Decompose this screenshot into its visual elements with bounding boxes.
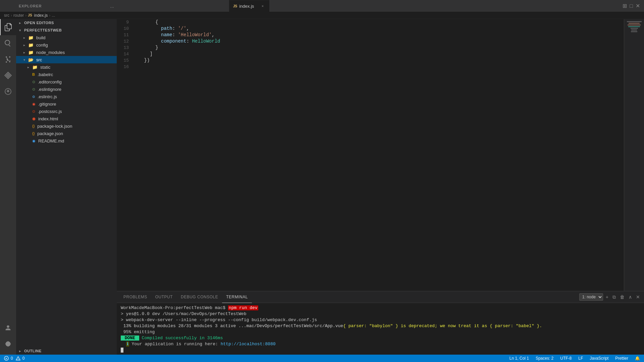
extensions-icon bbox=[4, 87, 12, 96]
terminal-line-5: 13% building modules 28/31 modules 3 act… bbox=[121, 323, 640, 329]
section-project[interactable]: ▾ PERFECTTESTWEB bbox=[16, 26, 117, 34]
line-num-10: 10 bbox=[119, 25, 129, 32]
activity-explorer[interactable] bbox=[0, 19, 16, 35]
code-editor[interactable]: 9 10 11 12 13 14 15 16 { path: '/', name… bbox=[117, 19, 644, 291]
status-errors[interactable]: ✕ 0 ! 0 bbox=[3, 356, 26, 361]
section-open-editors[interactable]: ▸ OPEN EDITORS bbox=[16, 19, 117, 26]
file-package-json[interactable]: ▸ {} package.json bbox=[16, 130, 117, 137]
activity-bar-bottom bbox=[0, 320, 16, 355]
breadcrumb-filename[interactable]: index.js bbox=[34, 13, 48, 18]
terminal-selector[interactable]: 1: node bbox=[579, 293, 603, 301]
search-icon bbox=[4, 39, 12, 47]
file-gitignore[interactable]: ▸ ◉ .gitignore bbox=[16, 100, 117, 108]
file-eslintignore[interactable]: ▸ ⊙ .eslintignore bbox=[16, 85, 117, 93]
errors-icon: ✕ bbox=[4, 356, 9, 361]
file-editorconfig[interactable]: ▸ ⊙ .editorconfig bbox=[16, 78, 117, 85]
status-bar-left: ✕ 0 ! 0 bbox=[0, 356, 29, 361]
tabs-container: JS index.js × bbox=[229, 0, 269, 12]
terminal-line-3: > webpack-dev-server --inline --progress… bbox=[121, 317, 640, 323]
breadcrumb-sep2: › bbox=[25, 13, 26, 18]
status-spaces[interactable]: Spaces: 2 bbox=[534, 356, 555, 361]
open-editors-label: OPEN EDITORS bbox=[24, 21, 117, 25]
folder-build[interactable]: ▸ 📁 build bbox=[16, 34, 117, 41]
folder-node-modules[interactable]: ▸ 📁 node_modules bbox=[16, 49, 117, 56]
project-arrow: ▾ bbox=[17, 28, 23, 32]
tab-close-button[interactable]: × bbox=[260, 3, 265, 9]
eslintrc-icon: ⊙ bbox=[32, 95, 35, 99]
package-json-icon: {} bbox=[32, 131, 35, 135]
editor-layout-button[interactable]: ⊞ bbox=[623, 3, 627, 9]
eslintrc-label: .eslintrc.js bbox=[38, 94, 117, 99]
maximize-panel-button[interactable]: ∧ bbox=[627, 294, 633, 300]
static-arrow: ▸ bbox=[25, 65, 31, 69]
tab-debug-console[interactable]: DEBUG CONSOLE bbox=[177, 291, 222, 303]
code-line-14: ] bbox=[133, 51, 624, 57]
file-eslintrc[interactable]: ▸ ⊙ .eslintrc.js bbox=[16, 93, 117, 100]
folder-src[interactable]: ▾ 📂 src bbox=[16, 56, 117, 63]
readme-label: README.md bbox=[38, 138, 117, 143]
breadcrumb-file-icon: JS bbox=[28, 13, 32, 17]
node-modules-arrow: ▸ bbox=[21, 51, 27, 54]
new-terminal-button[interactable]: + bbox=[604, 294, 610, 300]
static-icon: 📁 bbox=[32, 65, 38, 70]
outline-label: OUTLINE bbox=[24, 349, 117, 353]
file-package-lock[interactable]: ▸ {} package-lock.json bbox=[16, 122, 117, 130]
source-control-icon bbox=[4, 55, 12, 63]
code-line-11: name: 'HelloWorld', bbox=[133, 32, 624, 38]
close-window-button[interactable]: ✕ bbox=[636, 3, 640, 9]
breadcrumb-more[interactable]: ... bbox=[52, 13, 55, 18]
status-formatter[interactable]: Prettier bbox=[614, 356, 630, 361]
tab-output[interactable]: OUTPUT bbox=[151, 291, 177, 303]
code-content[interactable]: { path: '/', name: 'HelloWorld', compone… bbox=[133, 19, 624, 291]
account-icon bbox=[4, 324, 12, 331]
tab-terminal[interactable]: TERMINAL bbox=[222, 291, 252, 303]
line-num-11: 11 bbox=[119, 32, 129, 38]
src-label: src bbox=[36, 57, 117, 62]
breadcrumb-src[interactable]: src bbox=[4, 13, 9, 18]
activity-source-control[interactable] bbox=[0, 51, 16, 67]
package-json-label: package.json bbox=[37, 131, 117, 136]
eslintignore-label: .eslintignore bbox=[38, 87, 117, 92]
status-notifications[interactable]: 🔔 bbox=[634, 356, 641, 361]
split-terminal-button[interactable]: ⧉ bbox=[611, 294, 617, 301]
file-index-html[interactable]: ▸ ◉ index.html bbox=[16, 115, 117, 122]
file-readme[interactable]: ▸ ◉ README.md bbox=[16, 137, 117, 144]
tab-index-js[interactable]: JS index.js × bbox=[229, 0, 269, 12]
file-babelrc[interactable]: ▸ B .babelrc bbox=[16, 71, 117, 78]
status-position[interactable]: Ln 1, Col 1 bbox=[508, 356, 530, 361]
activity-search[interactable] bbox=[0, 35, 16, 51]
code-line-9: { bbox=[133, 19, 624, 25]
editorconfig-label: .editorconfig bbox=[38, 79, 117, 84]
folder-static[interactable]: ▸ 📁 static bbox=[16, 63, 117, 71]
maximize-button[interactable]: □ bbox=[630, 3, 633, 9]
status-encoding[interactable]: UTF-8 bbox=[559, 356, 573, 361]
explorer-more-button[interactable]: ... bbox=[110, 3, 114, 9]
activity-account[interactable] bbox=[0, 320, 16, 336]
activity-debug[interactable] bbox=[0, 67, 16, 83]
code-line-10: path: '/', bbox=[133, 25, 624, 32]
terminal-line-8: DONE Compiled successfully in 3146ms bbox=[121, 335, 640, 341]
index-html-icon: ◉ bbox=[32, 117, 36, 121]
postcssrc-label: .postcssrc.js bbox=[38, 109, 117, 114]
folder-config[interactable]: ▸ 📁 config bbox=[16, 41, 117, 49]
activity-extensions[interactable] bbox=[0, 83, 16, 100]
file-postcssrc[interactable]: ▸ ⊙ .postcssrc.js bbox=[16, 108, 117, 115]
package-lock-label: package-lock.json bbox=[37, 124, 117, 129]
terminal-content[interactable]: WorkMacdeMacBook-Pro:perfectTestWeb mac$… bbox=[117, 303, 644, 355]
breadcrumb-router[interactable]: router bbox=[13, 13, 24, 18]
line-numbers: 9 10 11 12 13 14 15 16 bbox=[117, 19, 133, 291]
line-num-16: 16 bbox=[119, 64, 129, 70]
terminal-line-1: WorkMacdeMacBook-Pro:perfectTestWeb mac$… bbox=[121, 305, 640, 311]
kill-terminal-button[interactable]: 🗑 bbox=[619, 294, 626, 300]
tab-label: index.js bbox=[239, 4, 254, 9]
section-outline[interactable]: ▸ OUTLINE bbox=[16, 347, 117, 355]
status-eol[interactable]: LF bbox=[577, 356, 584, 361]
main-layout: ▸ OPEN EDITORS ▾ PERFECTTESTWEB ▸ 📁 buil… bbox=[0, 19, 644, 355]
status-language[interactable]: JavaScript bbox=[588, 356, 610, 361]
title-bar: EXPLORER ... JS index.js × ⊞ □ ✕ bbox=[0, 0, 644, 12]
outline-arrow: ▸ bbox=[17, 349, 23, 353]
close-panel-button[interactable]: ✕ bbox=[635, 294, 641, 300]
gitignore-icon: ◉ bbox=[32, 102, 36, 106]
tab-problems[interactable]: PROBLEMS bbox=[119, 291, 151, 303]
activity-settings[interactable] bbox=[0, 336, 16, 352]
